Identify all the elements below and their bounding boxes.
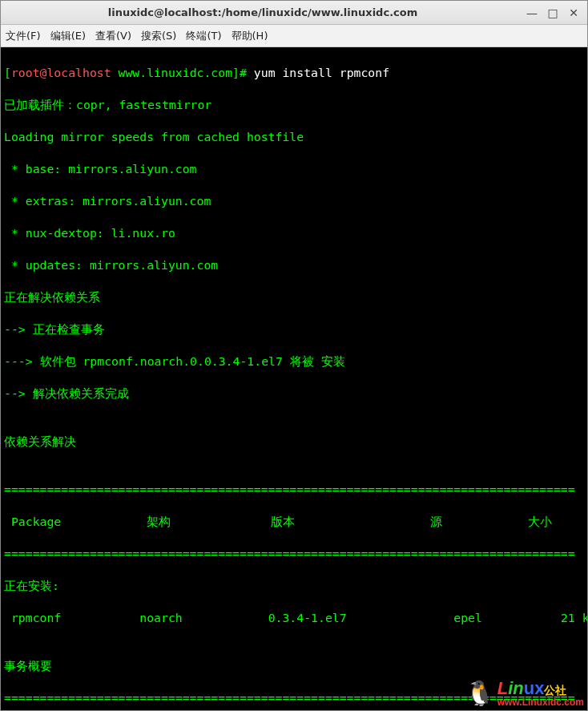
output-line: 正在解决依赖关系 — [4, 289, 584, 305]
output-line: ---> 软件包 rpmconf.noarch.0.0.3.4-1.el7 将被… — [4, 353, 584, 370]
window-titlebar: linuxidc@localhost:/home/linuxidc/www.li… — [1, 1, 587, 25]
separator-line: ========================================… — [4, 482, 584, 498]
watermark-url: www.Linuxidc.com — [497, 697, 584, 707]
output-line: 依赖关系解决 — [4, 434, 584, 450]
menu-search[interactable]: 搜索(S) — [141, 29, 176, 43]
window-title: linuxidc@localhost:/home/linuxidc/www.li… — [1, 6, 525, 18]
menu-edit[interactable]: 编辑(E) — [50, 29, 86, 43]
table-row: rpmconf noarch 0.3.4-1.el7 epel 21 k — [4, 610, 584, 626]
output-line: Loading mirror speeds from cached hostfi… — [4, 129, 584, 145]
menu-terminal[interactable]: 终端(T) — [186, 29, 221, 43]
output-line: * nux-dextop: li.nux.ro — [4, 225, 584, 241]
output-line: * extras: mirrors.aliyun.com — [4, 193, 584, 209]
penguin-icon: 🐧 — [465, 685, 494, 701]
close-button[interactable]: ✕ — [566, 6, 581, 20]
output-line: 正在安装: — [4, 578, 584, 594]
output-line: * base: mirrors.aliyun.com — [4, 161, 584, 177]
prompt-line: [root@localhost www.linuxidc.com]# yum i… — [4, 65, 584, 81]
output-line: --> 正在检查事务 — [4, 321, 584, 337]
separator-line: ========================================… — [4, 546, 584, 562]
menu-view[interactable]: 查看(V) — [95, 29, 131, 43]
minimize-button[interactable]: — — [525, 6, 539, 20]
output-line: --> 解决依赖关系完成 — [4, 386, 584, 402]
terminal-output[interactable]: [root@localhost www.linuxidc.com]# yum i… — [1, 47, 587, 711]
window-controls: — □ ✕ — [525, 6, 587, 20]
output-line: 事务概要 — [4, 658, 584, 674]
watermark-logo: 🐧 Linux公社 www.Linuxidc.com — [465, 680, 584, 707]
maximize-button[interactable]: □ — [546, 6, 560, 20]
table-header: Package 架构 版本 源 大小 — [4, 514, 584, 530]
menu-file[interactable]: 文件(F) — [6, 29, 41, 43]
menu-help[interactable]: 帮助(H) — [232, 29, 268, 43]
watermark-text: Linux公社 — [497, 680, 584, 697]
output-line: 已加载插件：copr, fastestmirror — [4, 97, 584, 113]
output-line: * updates: mirrors.aliyun.com — [4, 257, 584, 273]
menu-bar: 文件(F) 编辑(E) 查看(V) 搜索(S) 终端(T) 帮助(H) — [1, 25, 587, 47]
